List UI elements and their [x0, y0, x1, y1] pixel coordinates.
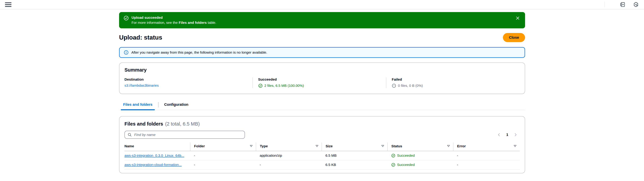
succeeded-label: Succeeded	[258, 77, 386, 81]
file-name-link[interactable]: aws-s3-integration_0.3.0_Linux_64b...	[124, 154, 184, 157]
cell-folder: -	[190, 151, 256, 160]
next-page-icon[interactable]	[513, 133, 518, 137]
column-filter-icon[interactable]	[250, 145, 253, 148]
summary-title: Summary	[124, 67, 520, 73]
column-filter-icon[interactable]	[514, 145, 517, 148]
success-check-icon	[258, 83, 263, 88]
top-navigation-bar	[0, 0, 644, 9]
status-badge: Succeeded	[391, 163, 450, 167]
cloudshell-icon[interactable]	[620, 1, 626, 7]
column-header-size[interactable]: Size	[322, 143, 388, 151]
search-icon	[128, 133, 132, 137]
column-header-status[interactable]: Status	[388, 143, 453, 151]
close-button[interactable]: Close	[503, 33, 525, 42]
tab-list: Files and folders Configuration	[119, 101, 525, 110]
failed-value: 0 files, 0 B (0%)	[398, 84, 423, 88]
table-row: aws-s3-integration-cloud-formation... - …	[124, 160, 520, 170]
success-check-icon	[391, 163, 396, 167]
column-header-name[interactable]: Name	[124, 143, 190, 151]
files-table-title: Files and folders	[124, 121, 163, 127]
hamburger-menu-icon[interactable]	[5, 2, 12, 7]
success-check-icon	[124, 15, 129, 21]
cell-type: application/zip	[256, 151, 322, 160]
table-row: aws-s3-integration_0.3.0_Linux_64b... - …	[124, 151, 520, 160]
succeeded-value: 2 files, 6.5 MB (100.00%)	[264, 84, 304, 88]
topbar-divider	[604, 2, 605, 7]
tab-separator	[158, 102, 158, 107]
info-icon	[124, 50, 129, 55]
info-alert-text: After you navigate away from this page, …	[131, 50, 267, 54]
cell-size: 6.5 MB	[322, 151, 388, 160]
cell-error: -	[453, 151, 520, 160]
column-header-type[interactable]: Type	[256, 143, 322, 151]
column-filter-icon[interactable]	[447, 145, 450, 148]
destination-link[interactable]: s3://lambdas3binaries	[124, 83, 159, 87]
files-table: Name Folder Type Size	[124, 143, 520, 170]
column-header-folder[interactable]: Folder	[190, 143, 256, 151]
success-check-icon	[391, 154, 396, 158]
summary-destination: Destination s3://lambdas3binaries	[124, 77, 252, 88]
flashbar-text: Upload succeeded For more information, s…	[132, 15, 216, 25]
search-box	[124, 131, 245, 139]
files-and-folders-container: Files and folders (2 total, 6.5 MB) 1	[119, 116, 525, 173]
settings-icon[interactable]	[633, 1, 639, 7]
failed-label: Failed	[392, 77, 520, 81]
cell-error: -	[453, 160, 520, 170]
cell-folder: -	[190, 160, 256, 170]
stopped-icon	[392, 83, 396, 88]
pagination: 1	[496, 133, 518, 137]
cell-type: -	[256, 160, 322, 170]
flashbar-title: Upload succeeded	[132, 15, 216, 20]
page-number[interactable]: 1	[506, 133, 508, 137]
column-header-error[interactable]: Error	[453, 143, 520, 151]
main-content: Upload succeeded For more information, s…	[119, 12, 525, 173]
status-badge: Succeeded	[391, 154, 450, 158]
upload-success-flashbar: Upload succeeded For more information, s…	[119, 12, 525, 28]
tab-files-and-folders[interactable]: Files and folders	[123, 101, 153, 110]
file-name-link[interactable]: aws-s3-integration-cloud-formation...	[124, 163, 182, 167]
cell-size: 6.5 KB	[322, 160, 388, 170]
column-filter-icon[interactable]	[381, 145, 384, 148]
column-filter-icon[interactable]	[315, 145, 318, 148]
flashbar-message: For more information, see the Files and …	[132, 20, 216, 25]
destination-label: Destination	[124, 77, 252, 81]
summary-failed: Failed 0 files, 0 B (0%)	[386, 77, 520, 88]
summary-container: Summary Destination s3://lambdas3binarie…	[119, 62, 525, 94]
info-alert: After you navigate away from this page, …	[119, 47, 525, 58]
page-title: Upload: status	[119, 34, 162, 41]
tab-configuration[interactable]: Configuration	[164, 101, 189, 110]
previous-page-icon[interactable]	[496, 133, 502, 137]
files-table-count: (2 total, 6.5 MB)	[165, 121, 200, 127]
search-input[interactable]	[134, 133, 242, 137]
summary-succeeded: Succeeded 2 files, 6.5 MB (100.00%)	[252, 77, 386, 88]
flashbar-close-icon[interactable]	[514, 15, 521, 21]
